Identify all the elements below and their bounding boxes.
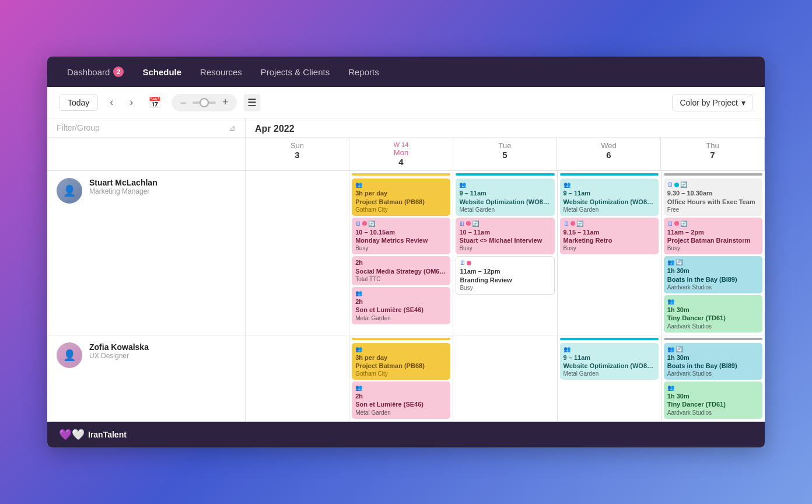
resource-name: Stuart McLachlan	[89, 178, 158, 187]
day-cell-stuart-mon: 👥 3h per day Project Batman (PB68) Gotha…	[349, 171, 453, 334]
list-item[interactable]: 🗓 🔄 11am – 2pm Project Batman Brainstorm…	[664, 218, 762, 255]
day-cell-stuart-wed: 👥 9 – 11am Website Optimization (WO8… Me…	[558, 171, 662, 334]
day-cell-zofia-tue	[453, 335, 557, 421]
nav-dashboard-label: Dashboard	[67, 67, 110, 77]
group-icon: 👥	[667, 345, 674, 353]
zoom-thumb	[200, 98, 209, 107]
group-icon: 👥	[459, 181, 466, 188]
resource-info-stuart: Stuart McLachlan Marketing Manager	[89, 178, 158, 195]
day-columns-header: Sun 3 W 14 Mon 4 Tue 5 Wed 6 Thu 7	[47, 138, 765, 171]
day-cell-zofia-wed: 👥 9 – 11am Website Optimization (WO8… Me…	[558, 335, 662, 421]
zoom-in-button[interactable]: +	[218, 96, 232, 110]
zoom-group: – +	[172, 94, 237, 111]
list-item[interactable]: 👥 1h 30m Tiny Dancer (TD61) Aardvark Stu…	[664, 295, 762, 332]
list-item[interactable]: 2h Social Media Strategy (OM6… Total TTC	[352, 256, 450, 285]
calendar-button[interactable]: 📅	[145, 94, 164, 111]
group-icon: 👥	[564, 181, 570, 188]
refresh-icon: 🔄	[472, 220, 479, 228]
resource-rows: 👤 Stuart McLachlan Marketing Manager 👥	[47, 171, 765, 422]
list-item[interactable]: 👥 3h per day Project Batman (PB68) Gotha…	[352, 343, 450, 380]
status-dot	[362, 221, 367, 226]
group-icon: 👥	[355, 289, 362, 297]
nav-reports[interactable]: Reports	[340, 64, 387, 80]
resource-role: Marketing Manager	[89, 187, 158, 195]
footer: 💜🤍 IranTalent	[47, 422, 765, 447]
list-item[interactable]: 👥 9 – 11am Website Optimization (WO8… Me…	[456, 178, 554, 216]
nav-projects-label: Projects & Clients	[261, 67, 330, 77]
list-item[interactable]: 👥 9 – 11am Website Optimization (WO8… Me…	[560, 178, 659, 216]
status-dot	[466, 221, 471, 226]
day-cell-zofia-sun	[246, 335, 349, 421]
resource-role: UX Designer	[89, 352, 149, 360]
calendar-area: ⊿ Apr 2022 Sun 3 W 14 Mon 4 Tue 5 W	[47, 118, 765, 422]
list-view-button[interactable]: ☰	[244, 94, 260, 111]
month-label: Apr 2022	[255, 124, 295, 134]
list-item[interactable]: 👥 2h Son et Lumière (SE46) Metal Garden	[352, 287, 450, 324]
prev-button[interactable]: ‹	[105, 94, 118, 111]
list-item[interactable]: 🗓 🔄 10 – 11am Stuart <> Michael Intervie…	[456, 218, 554, 255]
bar-indicator	[456, 173, 554, 176]
resource-name: Zofia Kowalska	[89, 342, 149, 352]
refresh-icon: 🔄	[680, 181, 687, 188]
day-header-mon: W 14 Mon 4	[349, 138, 453, 170]
calendar-icon: 🗓	[667, 181, 673, 188]
group-icon: 👥	[355, 345, 362, 353]
refresh-icon: 🔄	[368, 220, 375, 228]
list-item[interactable]: 🗓 🔄 9.15 – 11am Marketing Retro Busy	[560, 218, 659, 255]
day-cells-stuart: 👥 3h per day Project Batman (PB68) Gotha…	[246, 171, 765, 334]
calendar-icon: 🗓	[564, 220, 569, 228]
day-header-sun: Sun 3	[246, 138, 349, 170]
nav-resources-label: Resources	[200, 67, 242, 77]
group-icon: 👥	[355, 384, 362, 391]
calendar-icon: 🗓	[459, 220, 465, 228]
day-cells-zofia: 👥 3h per day Project Batman (PB68) Gotha…	[246, 335, 765, 421]
list-item[interactable]: 👥 🔄 1h 30m Boats in the Bay (BI89) Aardv…	[664, 256, 762, 293]
group-icon: 👥	[667, 384, 674, 391]
group-icon: 👥	[667, 298, 674, 305]
day-cell-stuart-tue: 👥 9 – 11am Website Optimization (WO8… Me…	[453, 171, 557, 334]
nav-resources[interactable]: Resources	[192, 64, 250, 80]
day-cell-stuart-sun	[246, 171, 349, 334]
group-icon: 👥	[667, 258, 674, 266]
resource-sidebar-zofia: 👤 Zofia Kowalska UX Designer	[47, 335, 246, 421]
refresh-icon: 🔄	[680, 220, 687, 228]
logo-text: IranTalent	[88, 430, 127, 439]
footer-logo: 💜🤍 IranTalent	[59, 428, 127, 441]
month-header-row: ⊿ Apr 2022	[47, 118, 765, 138]
resource-sidebar-stuart: 👤 Stuart McLachlan Marketing Manager	[47, 171, 246, 334]
filter-input[interactable]	[57, 123, 224, 132]
nav-schedule-label: Schedule	[142, 67, 181, 77]
list-item[interactable]: 🗓 🔄 9.30 – 10.30am Office Hours with Exe…	[664, 178, 762, 216]
nav-badge: 2	[113, 66, 124, 77]
day-cell-zofia-thu: 👥 🔄 1h 30m Boats in the Bay (BI89) Aardv…	[662, 335, 765, 421]
list-item[interactable]: 🗓 11am – 12pm Branding Review Busy	[456, 256, 554, 295]
logo-hearts-icon: 💜🤍	[59, 428, 85, 441]
bar-indicator	[560, 338, 659, 340]
today-button[interactable]: Today	[59, 94, 98, 111]
list-item[interactable]: 👥 1h 30m Tiny Dancer (TD61) Aardvark Stu…	[664, 382, 762, 419]
bar-indicator	[560, 173, 659, 176]
zoom-out-button[interactable]: –	[176, 96, 190, 110]
table-row: 👤 Stuart McLachlan Marketing Manager 👥	[47, 171, 765, 335]
nav-projects[interactable]: Projects & Clients	[253, 64, 338, 80]
color-by-label: Color by Project	[680, 98, 738, 107]
avatar: 👤	[57, 342, 82, 368]
filter-icon: ⊿	[229, 123, 236, 132]
nav-schedule[interactable]: Schedule	[134, 64, 190, 80]
color-by-dropdown[interactable]: Color by Project ▾	[672, 94, 753, 111]
list-item[interactable]: 👥 2h Son et Lumière (SE46) Metal Garden	[352, 382, 450, 419]
zoom-track	[192, 102, 216, 104]
list-item[interactable]: 🗓 🔄 10 – 10.15am Monday Metrics Review B…	[352, 218, 450, 255]
list-item[interactable]: 👥 3h per day Project Batman (PB68) Gotha…	[352, 178, 450, 216]
top-nav: Dashboard 2 Schedule Resources Projects …	[47, 57, 765, 87]
refresh-icon: 🔄	[676, 258, 682, 266]
list-item[interactable]: 👥 9 – 11am Website Optimization (WO8… Me…	[560, 343, 659, 380]
nav-dashboard[interactable]: Dashboard 2	[59, 63, 132, 80]
sidebar-spacer	[47, 138, 246, 170]
calendar-icon: 🗓	[667, 220, 673, 228]
next-button[interactable]: ›	[125, 94, 138, 111]
list-item[interactable]: 👥 🔄 1h 30m Boats in the Bay (BI89) Aardv…	[664, 343, 762, 380]
month-label-area: Apr 2022	[246, 118, 765, 137]
avatar: 👤	[57, 178, 82, 204]
status-dot	[674, 183, 679, 187]
